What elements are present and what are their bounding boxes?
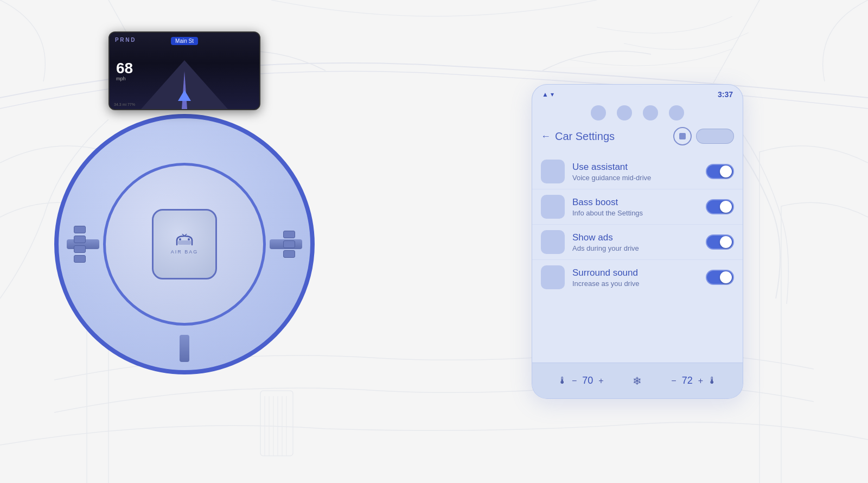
back-button[interactable]: ← Car Settings [541,130,615,143]
signal-icon: ▲ [542,91,548,98]
settings-panel: ▲ ▾ 3:37 ← Car Settings Use assistant [532,84,743,399]
toggle-surround-sound[interactable] [706,270,734,285]
status-time: 3:37 [718,90,733,99]
toggle-knob-use-assistant [720,166,732,177]
toggle-knob-surround-sound [720,271,732,283]
temp-right-minus-button[interactable]: − [671,376,676,386]
item-icon-bass-boost [541,195,565,219]
dot-btn-2[interactable] [617,105,632,120]
speed-unit: mph [116,76,133,81]
ctrl-btn-3 [74,245,86,253]
header-pill [696,129,734,144]
spoke-bottom [180,335,189,362]
svg-point-7 [179,238,181,240]
wheel-controls-right [283,231,295,258]
dot-btn-4[interactable] [669,105,684,120]
svg-rect-13 [178,240,191,245]
ctrl-btn-6 [283,240,295,248]
toggle-use-assistant[interactable] [706,164,734,179]
toggle-knob-bass-boost [720,201,732,213]
toggle-bass-boost[interactable] [706,199,734,214]
header-title: Car Settings [555,130,615,143]
steering-wheel-container: P R N D Main St 68 mph 34.3 mi 77% [43,54,326,434]
item-content-show-ads: Show ads Ads during your drive [572,232,698,252]
temp-left-value: 70 [582,375,593,386]
item-icon-use-assistant [541,160,565,183]
temp-right-plus-button[interactable]: + [698,376,703,386]
item-title-bass-boost: Bass boost [572,197,698,208]
ctrl-btn-1 [74,226,86,233]
nav-display: P R N D Main St 68 mph 34.3 mi 77% [110,33,259,109]
item-subtitle-use-assistant: Voice guidance mid-drive [572,174,698,182]
street-name: Main St [171,37,198,45]
dot-btn-1[interactable] [591,105,606,120]
settings-item-bass-boost: Bass boost Info about the Settings [532,189,743,225]
climate-control-left: − 70 + [572,375,604,386]
settings-header: ← Car Settings [532,124,743,151]
climate-group-right: − 72 + 🌡 [671,375,717,386]
battery-info: 34.3 mi 77% [114,103,135,106]
gear-indicator: P R N D [115,37,135,43]
wifi-icon: ▾ [551,91,554,98]
temp-right-value: 72 [682,375,693,386]
climate-group-left: 🌡 − 70 + [558,375,604,386]
settings-item-show-ads: Show ads Ads during your drive [532,225,743,260]
stop-button[interactable] [673,127,692,145]
dot-btn-3[interactable] [643,105,658,120]
item-icon-show-ads [541,230,565,254]
ctrl-btn-7 [283,250,295,258]
steering-hub: AIR BAG [152,209,217,279]
wheel-controls-left [74,226,86,263]
settings-item-use-assistant: Use assistant Voice guidance mid-drive [532,154,743,189]
item-title-use-assistant: Use assistant [572,162,698,173]
heat-right-icon: 🌡 [707,375,717,386]
ctrl-btn-4 [74,255,86,263]
status-icons: ▲ ▾ [542,91,554,98]
item-title-show-ads: Show ads [572,232,698,243]
item-icon-surround-sound [541,265,565,289]
ctrl-btn-5 [283,231,295,238]
item-title-surround-sound: Surround sound [572,268,698,278]
status-bar: ▲ ▾ 3:37 [532,85,743,102]
item-subtitle-bass-boost: Info about the Settings [572,209,698,217]
header-right [673,127,734,145]
temp-left-minus-button[interactable]: − [572,376,577,386]
navigation-screen: P R N D Main St 68 mph 34.3 mi 77% [108,31,260,110]
heat-left-icon: 🌡 [558,375,567,386]
item-content-use-assistant: Use assistant Voice guidance mid-drive [572,162,698,182]
toggle-show-ads[interactable] [706,234,734,250]
speed-number: 68 [116,61,133,76]
climate-fan-group: ❄ [633,374,642,387]
airbag-label: AIR BAG [171,249,199,255]
nav-arrow [178,90,191,101]
temp-left-plus-button[interactable]: + [598,376,603,386]
climate-bar: 🌡 − 70 + ❄ − 72 + 🌡 [532,363,743,398]
settings-list: Use assistant Voice guidance mid-drive B… [532,151,743,298]
stop-icon [679,133,686,139]
dots-row [532,102,743,124]
fan-icon: ❄ [633,374,642,387]
item-content-surround-sound: Surround sound Increase as you drive [572,268,698,288]
android-logo-icon [175,234,194,247]
item-content-bass-boost: Bass boost Info about the Settings [572,197,698,217]
speed-display: 68 mph [116,61,133,81]
settings-item-surround-sound: Surround sound Increase as you drive [532,260,743,295]
climate-control-right: − 72 + [671,375,703,386]
item-subtitle-show-ads: Ads during your drive [572,244,698,252]
toggle-knob-show-ads [720,236,732,248]
svg-point-8 [188,238,190,240]
steering-wheel-outer: P R N D Main St 68 mph 34.3 mi 77% [54,114,315,374]
item-subtitle-surround-sound: Increase as you drive [572,279,698,288]
ctrl-btn-2 [74,236,86,243]
back-arrow-icon: ← [541,131,551,142]
steering-wheel-inner: AIR BAG [103,163,266,326]
